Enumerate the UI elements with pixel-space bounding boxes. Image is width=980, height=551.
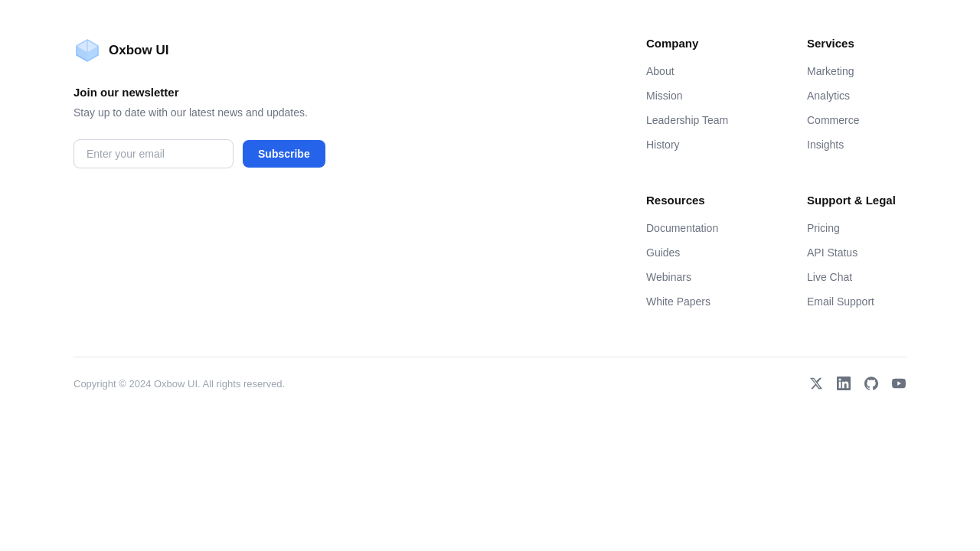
white-papers-link[interactable]: White Papers [646, 295, 746, 308]
footer-bottom: Copyright © 2024 Oxbow UI. All rights re… [0, 357, 980, 409]
logo-icon [74, 37, 101, 64]
commerce-link[interactable]: Commerce [807, 114, 906, 126]
resources-column: Resources Documentation Guides Webinars … [646, 194, 746, 320]
newsletter-description: Stay up to date with our latest news and… [74, 105, 318, 121]
documentation-link[interactable]: Documentation [646, 222, 746, 234]
about-link[interactable]: About [646, 65, 746, 77]
logo-text: Oxbow UI [109, 43, 168, 58]
email-input[interactable] [74, 139, 234, 168]
resources-heading: Resources [646, 194, 746, 207]
logo-row: Oxbow UI [74, 37, 318, 64]
footer-top-columns: Company About Mission Leadership Team Hi… [646, 37, 906, 163]
company-heading: Company [646, 37, 746, 50]
mission-link[interactable]: Mission [646, 90, 746, 102]
leadership-link[interactable]: Leadership Team [646, 114, 746, 126]
github-icon[interactable] [864, 376, 879, 391]
newsletter-form: Subscribe [74, 139, 318, 168]
email-support-link[interactable]: Email Support [807, 295, 906, 308]
services-heading: Services [807, 37, 906, 50]
marketing-link[interactable]: Marketing [807, 65, 906, 77]
subscribe-button[interactable]: Subscribe [243, 140, 325, 168]
linkedin-icon[interactable] [836, 376, 851, 391]
support-column: Support & Legal Pricing API Status Live … [807, 194, 906, 320]
analytics-link[interactable]: Analytics [807, 90, 906, 102]
youtube-icon[interactable] [891, 376, 906, 391]
webinars-link[interactable]: Webinars [646, 271, 746, 283]
services-column: Services Marketing Analytics Commerce In… [807, 37, 906, 163]
twitter-x-icon[interactable] [808, 376, 824, 391]
live-chat-link[interactable]: Live Chat [807, 271, 906, 283]
footer-nav-wrapper: Company About Mission Leadership Team Hi… [646, 37, 906, 320]
copyright-text: Copyright © 2024 Oxbow UI. All rights re… [74, 378, 285, 390]
footer-left-section: Oxbow UI Join our newsletter Stay up to … [74, 37, 318, 320]
footer-bottom-columns: Resources Documentation Guides Webinars … [646, 194, 906, 320]
api-status-link[interactable]: API Status [807, 246, 906, 259]
pricing-link[interactable]: Pricing [807, 222, 906, 234]
insights-link[interactable]: Insights [807, 139, 906, 151]
social-icons-group [808, 376, 906, 391]
newsletter-title: Join our newsletter [74, 86, 318, 99]
company-column: Company About Mission Leadership Team Hi… [646, 37, 746, 163]
guides-link[interactable]: Guides [646, 246, 746, 259]
support-heading: Support & Legal [807, 194, 906, 207]
history-link[interactable]: History [646, 139, 746, 151]
